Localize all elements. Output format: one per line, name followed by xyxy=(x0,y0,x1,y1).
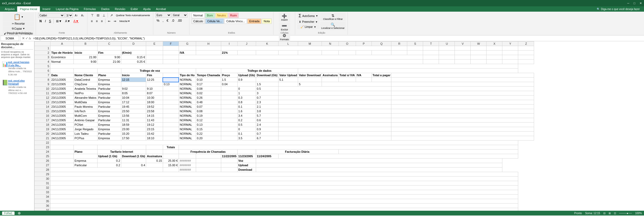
cell-i16[interactable] xyxy=(221,114,237,118)
minimize-btn[interactable]: ─ xyxy=(627,2,629,5)
cell-b27[interactable]: Particular xyxy=(74,163,98,168)
cell-f25[interactable] xyxy=(163,154,179,159)
cell-a28[interactable] xyxy=(50,168,163,172)
cell-g1[interactable] xyxy=(179,46,196,51)
cell-i27[interactable] xyxy=(221,163,237,168)
cell-i13[interactable] xyxy=(221,100,237,105)
clear-btn[interactable]: 🧹 Limpar ▼ xyxy=(297,25,319,29)
cell-f10[interactable] xyxy=(163,87,179,91)
cell-k15[interactable]: 3.8 xyxy=(256,109,278,114)
style-entrada-btn[interactable]: Entrada xyxy=(247,19,261,24)
cell-a21[interactable]: 24/11/2005 xyxy=(50,136,74,141)
cell-g14[interactable]: NORMAL xyxy=(179,105,196,109)
row-15-header[interactable]: 15 xyxy=(35,109,50,114)
cell-c6[interactable] xyxy=(97,69,121,73)
row-24-header[interactable]: 24 xyxy=(35,150,50,154)
cell-r12[interactable] xyxy=(391,96,534,100)
bold-button[interactable]: N xyxy=(38,19,43,24)
cell-f20[interactable] xyxy=(163,132,179,136)
cell-a24[interactable] xyxy=(50,150,74,154)
cell-a20[interactable]: 24/11/2005 xyxy=(50,132,74,136)
cell-n2[interactable] xyxy=(322,51,339,55)
cell-l25[interactable] xyxy=(278,154,518,159)
tab-layout[interactable]: Layout da Página xyxy=(53,6,81,12)
cell-r17[interactable] xyxy=(391,118,534,123)
cell-g26[interactable]: ####### xyxy=(179,159,196,163)
row-17-header[interactable]: 17 xyxy=(35,118,50,123)
find-select-btn[interactable]: 🔍 Localizar e Selecionar xyxy=(320,22,346,30)
cell-d21[interactable]: 17:50 xyxy=(121,136,146,141)
cell-j11[interactable]: 1 xyxy=(237,91,256,96)
cell-d23[interactable] xyxy=(121,145,146,150)
cell-e24[interactable] xyxy=(146,150,163,154)
row-9-header[interactable]: 9 xyxy=(35,82,50,87)
cell-u3[interactable] xyxy=(439,55,455,60)
italic-button[interactable]: I xyxy=(44,19,47,24)
cell-x3[interactable] xyxy=(487,55,502,60)
cell-o8[interactable] xyxy=(339,78,356,82)
cell-y4[interactable] xyxy=(502,60,518,64)
cell-j10[interactable]: 0 xyxy=(237,87,256,91)
cell-k7[interactable]: Download (Gb) xyxy=(256,73,278,78)
cell-e23[interactable] xyxy=(146,145,163,150)
tab-revisao[interactable]: Revisão xyxy=(112,6,128,12)
recovery-item-2[interactable]: 📗 ex3_excel.xlsx [Original] Versão criad… xyxy=(1,79,33,96)
cell-g2[interactable]: IVA xyxy=(179,51,196,55)
row-10-header[interactable]: 10 xyxy=(35,87,50,91)
cell-k9[interactable]: 1.5 xyxy=(256,82,278,87)
cell-j9[interactable] xyxy=(237,82,256,87)
paste-button[interactable]: 📋 ▼ xyxy=(3,13,34,21)
row-25-header[interactable]: 25 xyxy=(35,154,50,159)
cell-k14[interactable]: 2.1 xyxy=(256,105,278,109)
cell-f14[interactable] xyxy=(163,105,179,109)
cell-x1[interactable] xyxy=(487,46,502,51)
cell-a19[interactable]: 24/11/2005 xyxy=(50,127,74,132)
row-4-header[interactable]: 4 xyxy=(35,60,50,64)
cell-x2[interactable] xyxy=(487,51,502,55)
cell-h14[interactable]: 0.07 xyxy=(196,105,221,109)
cell-e15[interactable]: 23:58 xyxy=(146,109,163,114)
align-right-btn[interactable]: ≡ xyxy=(100,19,104,24)
cell-f1[interactable] xyxy=(163,46,179,51)
cell-c12[interactable]: Particular xyxy=(97,96,121,100)
cell-j15[interactable]: 1.6 xyxy=(237,109,256,114)
cell-g21[interactable]: NORMAL xyxy=(179,136,196,141)
currency-btn[interactable]: € xyxy=(165,18,170,23)
view-page-btn[interactable]: ⊡ xyxy=(614,212,616,215)
cell-a25[interactable] xyxy=(50,154,74,159)
col-header-m[interactable]: M xyxy=(298,42,322,46)
cell-c9[interactable]: Empresa xyxy=(97,82,121,87)
cell-g17[interactable]: NORMAL xyxy=(179,118,196,123)
cell-a12[interactable]: 23/11/2005 xyxy=(50,96,74,100)
font-decrease-btn[interactable]: A↓ xyxy=(80,13,86,18)
row-7-header[interactable]: 7 xyxy=(35,73,50,78)
row-14-header[interactable]: 14 xyxy=(35,105,50,109)
cell-l12[interactable] xyxy=(278,96,391,100)
delete-btn[interactable]: ➖ Excluir xyxy=(279,22,290,32)
cell-h11[interactable]: 0.02 xyxy=(196,91,221,96)
cell-j24[interactable] xyxy=(237,150,256,154)
cell-w3[interactable] xyxy=(471,55,487,60)
row-28-header[interactable]: 28 xyxy=(35,168,50,172)
cell-a23[interactable] xyxy=(50,145,74,150)
cell-j16[interactable]: 3.4 xyxy=(237,114,256,118)
cell-b3[interactable]: 21:00 xyxy=(74,55,98,60)
col-header-d[interactable]: D xyxy=(121,42,146,46)
cell-i21[interactable] xyxy=(221,136,237,141)
col-header-s[interactable]: S xyxy=(407,42,423,46)
cell-b17[interactable]: António Gaspar xyxy=(74,118,98,123)
cell-h15[interactable]: 0.08 xyxy=(196,109,221,114)
cell-e8[interactable]: 12:25 xyxy=(146,78,163,82)
cell-c4[interactable]: 21:00 xyxy=(97,60,121,64)
font-family-select[interactable]: Calibri xyxy=(38,13,64,18)
cell-d8[interactable]: 12:15 xyxy=(121,78,146,82)
tell-me-bar[interactable]: 🔍 Diga-me o que você deseja fazer xyxy=(595,6,642,12)
cell-f23[interactable]: Totais xyxy=(163,145,179,150)
col-header-c[interactable]: C xyxy=(97,42,121,46)
cell-e27[interactable] xyxy=(146,163,163,168)
cell-a15[interactable]: 23/11/2005 xyxy=(50,109,74,114)
cell-g19[interactable]: NORMAL xyxy=(179,127,196,132)
cell-m7[interactable]: Valor Download xyxy=(298,73,322,78)
cell-i6[interactable]: Tráfego de dados xyxy=(221,69,298,73)
cell-b21[interactable]: PCPlus xyxy=(74,136,98,141)
